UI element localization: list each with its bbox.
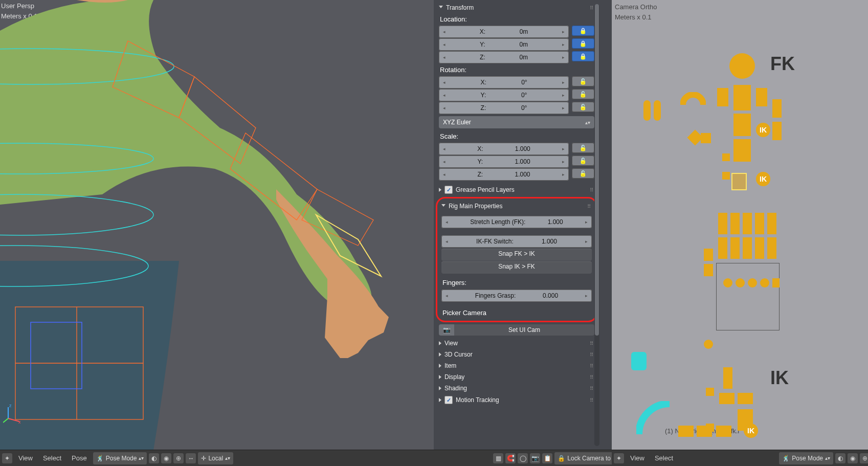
sc-y-input[interactable]: ◂Y:1.000▸ xyxy=(439,156,569,168)
motion-panel-header[interactable]: Motion Tracking⠿ xyxy=(436,394,597,406)
ik-badge-arm[interactable]: IK xyxy=(756,123,770,137)
loc-y-lock[interactable] xyxy=(572,38,594,49)
teal-shape[interactable] xyxy=(631,352,647,370)
extra-dot[interactable] xyxy=(704,340,713,349)
picker-shoulder-l[interactable] xyxy=(717,88,728,106)
panel-scrollbar[interactable] xyxy=(594,4,599,446)
finger[interactable] xyxy=(767,237,776,259)
rot-z-lock[interactable] xyxy=(572,102,594,112)
pivot-icon[interactable]: ⊕ xyxy=(173,453,184,463)
shading-icon[interactable]: ◉ xyxy=(848,453,858,463)
shading-icon[interactable]: ◐ xyxy=(835,453,845,463)
knuckle[interactable] xyxy=(736,278,745,287)
picker-shoulder-r[interactable] xyxy=(756,88,767,106)
sc-x-input[interactable]: ◂X:1.000▸ xyxy=(439,143,569,155)
loc-z-input[interactable]: ◂Z:0m▸ xyxy=(439,51,569,63)
ik-small[interactable] xyxy=(706,388,714,396)
grease-checkbox[interactable] xyxy=(444,186,453,194)
ik-block[interactable] xyxy=(716,426,731,437)
camera-icon[interactable]: 📷 xyxy=(439,324,454,336)
ik-foot[interactable] xyxy=(738,393,753,404)
finger[interactable] xyxy=(743,213,752,234)
sc-z-input[interactable]: ◂Z:1.000▸ xyxy=(439,168,569,181)
picker-arm-r-lower[interactable] xyxy=(772,122,782,140)
layers-icon[interactable]: ▦ xyxy=(493,453,503,463)
finger[interactable] xyxy=(755,237,764,259)
loc-z-lock[interactable] xyxy=(572,51,594,61)
finger[interactable] xyxy=(743,237,752,259)
pivot-icon[interactable]: ⊕ xyxy=(860,453,868,463)
view-menu[interactable]: View xyxy=(626,454,649,462)
knuckle[interactable] xyxy=(772,278,780,287)
orientation-dropdown[interactable]: ✛Local▴▾ xyxy=(198,452,233,464)
mode-dropdown[interactable]: 🕺Pose Mode▴▾ xyxy=(779,452,833,464)
loc-x-lock[interactable] xyxy=(572,26,594,36)
sc-x-lock[interactable] xyxy=(572,143,594,153)
viewport-picker-right[interactable]: Camera Ortho Meters x 0.1 FK IK (1) Nina… xyxy=(612,0,868,450)
select-menu[interactable]: Select xyxy=(651,454,677,462)
finger[interactable] xyxy=(718,237,727,259)
finger[interactable] xyxy=(718,213,727,234)
proportional-icon[interactable]: ◯ xyxy=(518,453,528,463)
set-ui-cam-button[interactable]: Set UI Cam xyxy=(454,324,594,336)
knuckle[interactable] xyxy=(748,278,757,287)
shading-icon[interactable]: ◐ xyxy=(149,453,159,463)
picker-side-1[interactable] xyxy=(643,100,651,121)
loc-y-input[interactable]: ◂Y:0m▸ xyxy=(439,38,569,51)
snap-fk-ik-button[interactable]: Snap FK > IK xyxy=(441,249,592,261)
picker-arc-icon[interactable] xyxy=(680,92,706,107)
finger[interactable] xyxy=(767,213,776,234)
finger[interactable] xyxy=(755,213,764,234)
rot-y-input[interactable]: ◂Y:0°▸ xyxy=(439,89,569,101)
render-icon[interactable]: 📷 xyxy=(530,453,540,463)
shading-panel-header[interactable]: Shading⠿ xyxy=(436,383,597,394)
transform-header[interactable]: Transform⠿ xyxy=(436,2,597,13)
picker-side-2[interactable] xyxy=(654,100,661,121)
editor-type-icon[interactable]: ✦ xyxy=(2,453,12,463)
ik-block[interactable] xyxy=(697,426,712,437)
display-panel-header[interactable]: Display⠿ xyxy=(436,371,597,383)
mode-dropdown[interactable]: 🕺Pose Mode▴▾ xyxy=(93,452,147,464)
finger[interactable] xyxy=(730,213,740,234)
picker-arm-r-upper[interactable] xyxy=(772,99,782,118)
view-panel-header[interactable]: View⠿ xyxy=(436,338,597,349)
lock-camera-toggle[interactable]: 🔒Lock Camera to xyxy=(554,452,614,464)
snap-icon[interactable]: 🧲 xyxy=(505,453,516,463)
cursor-panel-header[interactable]: 3D Cursor⠿ xyxy=(436,349,597,360)
picker-spine-mid[interactable] xyxy=(733,114,751,136)
viewport-3d-left[interactable]: User Persp Meters x 0.1 (1) Nina_rig : c… xyxy=(0,0,434,450)
select-menu[interactable]: Select xyxy=(39,454,65,462)
editor-type-icon[interactable]: ✦ xyxy=(614,453,624,463)
shading-icon[interactable]: ◉ xyxy=(161,453,171,463)
panel-divider[interactable] xyxy=(602,0,612,450)
sc-y-lock[interactable] xyxy=(572,156,594,166)
pose-menu[interactable]: Pose xyxy=(68,454,91,462)
manipulator-icon[interactable]: ↔ xyxy=(186,453,196,463)
ik-badge-leg[interactable]: IK xyxy=(756,172,770,186)
rot-z-input[interactable]: ◂Z:0°▸ xyxy=(439,102,569,114)
rot-y-lock[interactable] xyxy=(572,89,594,99)
knuckle[interactable] xyxy=(723,278,732,287)
picker-spine-top[interactable] xyxy=(733,85,751,110)
thumb[interactable] xyxy=(704,264,713,276)
ik-badge-foot[interactable]: IK xyxy=(744,424,758,438)
finger[interactable] xyxy=(730,237,740,259)
palm-outline[interactable] xyxy=(716,263,780,330)
view-menu[interactable]: View xyxy=(14,454,37,462)
sc-z-lock[interactable] xyxy=(572,168,594,179)
fingers-grasp-input[interactable]: ◂Fingers Grasp:0.000▸ xyxy=(441,290,592,302)
ik-leg[interactable] xyxy=(723,367,732,389)
rig-main-header[interactable]: Rig Main Properties⠿ xyxy=(438,201,595,212)
grease-pencil-header[interactable]: Grease Pencil Layers⠿ xyxy=(436,184,597,196)
picker-head[interactable] xyxy=(729,53,755,79)
picker-hand-selected[interactable] xyxy=(731,173,747,190)
rot-x-input[interactable]: ◂X:0°▸ xyxy=(439,76,569,88)
stretch-length-input[interactable]: ◂Stretch Length (FK):1.000▸ xyxy=(441,216,592,228)
ikfk-switch-input[interactable]: ◂IK-FK Switch:1.000▸ xyxy=(441,235,592,248)
teal-arc-icon[interactable] xyxy=(636,401,672,437)
rot-x-lock[interactable] xyxy=(572,76,594,86)
motion-checkbox[interactable] xyxy=(444,396,453,404)
ik-foot[interactable] xyxy=(719,393,735,404)
knuckle[interactable] xyxy=(760,278,769,287)
ik-block[interactable] xyxy=(678,426,694,437)
